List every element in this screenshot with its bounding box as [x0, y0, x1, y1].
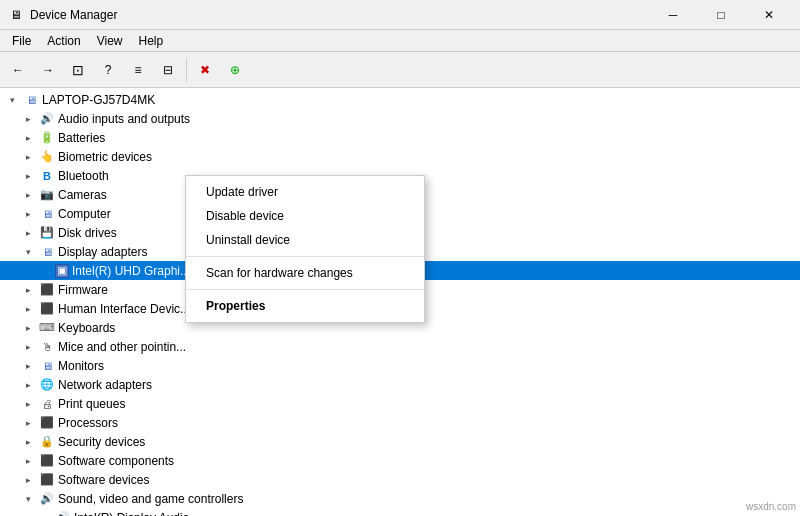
- toolbar-btn7[interactable]: ⊕: [221, 56, 249, 84]
- window-controls: ─ □ ✕: [650, 0, 792, 30]
- ctx-scan-hardware[interactable]: Scan for hardware changes: [186, 261, 424, 285]
- humaninterface-label: Human Interface Devic...: [58, 302, 190, 316]
- intelgraphics-label: Intel(R) UHD Graphi...: [72, 264, 190, 278]
- networkadapters-expand[interactable]: [20, 377, 36, 393]
- toolbar: ← → ⊡ ? ≡ ⊟ ✖ ⊕: [0, 52, 800, 88]
- biometric-expand[interactable]: [20, 149, 36, 165]
- tree-root[interactable]: 🖥 LAPTOP-GJ57D4MK: [0, 90, 800, 109]
- ctx-separator2: [186, 289, 424, 290]
- softwaredevices-icon: ⬛: [39, 472, 55, 488]
- app-title: Device Manager: [30, 8, 650, 22]
- bluetooth-expand[interactable]: [20, 168, 36, 184]
- toolbar-btn2[interactable]: ⊡: [64, 56, 92, 84]
- ctx-properties[interactable]: Properties: [186, 294, 424, 318]
- diskdrives-icon: 💾: [39, 225, 55, 241]
- ctx-disable-device[interactable]: Disable device: [186, 204, 424, 228]
- diskdrives-expand[interactable]: [20, 225, 36, 241]
- tree-item-monitors[interactable]: 🖥 Monitors: [0, 356, 800, 375]
- processors-expand[interactable]: [20, 415, 36, 431]
- processors-label: Processors: [58, 416, 118, 430]
- intelgraphics-icon: ▣: [55, 264, 69, 278]
- soundvideo-expand[interactable]: [20, 491, 36, 507]
- firmware-expand[interactable]: [20, 282, 36, 298]
- monitors-icon: 🖥: [39, 358, 55, 374]
- displayadapters-icon: 🖥: [39, 244, 55, 260]
- menu-action[interactable]: Action: [39, 30, 88, 51]
- securitydevices-expand[interactable]: [20, 434, 36, 450]
- toolbar-btn4[interactable]: ≡: [124, 56, 152, 84]
- computer-expand[interactable]: [20, 206, 36, 222]
- firmware-icon: ⬛: [39, 282, 55, 298]
- cameras-icon: 📷: [39, 187, 55, 203]
- soundvideo-icon: 🔊: [39, 491, 55, 507]
- tree-item-processors[interactable]: ⬛ Processors: [0, 413, 800, 432]
- ctx-separator1: [186, 256, 424, 257]
- keyboards-icon: ⌨: [39, 320, 55, 336]
- menu-bar: File Action View Help: [0, 30, 800, 52]
- displayadapters-label: Display adapters: [58, 245, 147, 259]
- close-button[interactable]: ✕: [746, 0, 792, 30]
- softwarecomponents-expand[interactable]: [20, 453, 36, 469]
- computer-label: Computer: [58, 207, 111, 221]
- batteries-label: Batteries: [58, 131, 105, 145]
- tree-item-softwarecomponents[interactable]: ⬛ Software components: [0, 451, 800, 470]
- printqueues-expand[interactable]: [20, 396, 36, 412]
- firmware-label: Firmware: [58, 283, 108, 297]
- tree-item-softwaredevices[interactable]: ⬛ Software devices: [0, 470, 800, 489]
- tree-item-securitydevices[interactable]: 🔒 Security devices: [0, 432, 800, 451]
- networkadapters-label: Network adapters: [58, 378, 152, 392]
- tree-item-inteldisplayaudio[interactable]: 🔊 Intel(R) Display Audio: [0, 508, 800, 516]
- audio-expand[interactable]: [20, 111, 36, 127]
- printqueues-icon: 🖨: [39, 396, 55, 412]
- bluetooth-icon: B: [39, 168, 55, 184]
- keyboards-expand[interactable]: [20, 320, 36, 336]
- tree-item-biometric[interactable]: 👆 Biometric devices: [0, 147, 800, 166]
- toolbar-back[interactable]: ←: [4, 56, 32, 84]
- keyboards-label: Keyboards: [58, 321, 115, 335]
- softwaredevices-expand[interactable]: [20, 472, 36, 488]
- tree-item-soundvideo[interactable]: 🔊 Sound, video and game controllers: [0, 489, 800, 508]
- audio-label: Audio inputs and outputs: [58, 112, 190, 126]
- minimize-button[interactable]: ─: [650, 0, 696, 30]
- intelgraphics-expand[interactable]: [36, 263, 52, 279]
- menu-file[interactable]: File: [4, 30, 39, 51]
- cameras-expand[interactable]: [20, 187, 36, 203]
- inteldisplayaudio-label: Intel(R) Display Audio: [74, 511, 189, 517]
- title-bar: 🖥 Device Manager ─ □ ✕: [0, 0, 800, 30]
- computer-icon: 🖥: [39, 206, 55, 222]
- mice-icon: 🖱: [39, 339, 55, 355]
- tree-item-batteries[interactable]: 🔋 Batteries: [0, 128, 800, 147]
- printqueues-label: Print queues: [58, 397, 125, 411]
- root-expand[interactable]: [4, 92, 20, 108]
- inteldisplayaudio-icon: 🔊: [55, 510, 71, 517]
- processors-icon: ⬛: [39, 415, 55, 431]
- tree-item-printqueues[interactable]: 🖨 Print queues: [0, 394, 800, 413]
- tree-item-audio[interactable]: 🔊 Audio inputs and outputs: [0, 109, 800, 128]
- monitors-expand[interactable]: [20, 358, 36, 374]
- maximize-button[interactable]: □: [698, 0, 744, 30]
- menu-view[interactable]: View: [89, 30, 131, 51]
- menu-help[interactable]: Help: [131, 30, 172, 51]
- batteries-icon: 🔋: [39, 130, 55, 146]
- tree-item-networkadapters[interactable]: 🌐 Network adapters: [0, 375, 800, 394]
- toolbar-sep1: [186, 58, 187, 82]
- cameras-label: Cameras: [58, 188, 107, 202]
- tree-item-mice[interactable]: 🖱 Mice and other pointin...: [0, 337, 800, 356]
- toolbar-btn6[interactable]: ✖: [191, 56, 219, 84]
- toolbar-btn3[interactable]: ?: [94, 56, 122, 84]
- soundvideo-label: Sound, video and game controllers: [58, 492, 243, 506]
- humaninterface-expand[interactable]: [20, 301, 36, 317]
- inteldisplayaudio-expand[interactable]: [36, 510, 52, 517]
- ctx-update-driver[interactable]: Update driver: [186, 180, 424, 204]
- root-label: LAPTOP-GJ57D4MK: [42, 93, 155, 107]
- ctx-uninstall-device[interactable]: Uninstall device: [186, 228, 424, 252]
- mice-expand[interactable]: [20, 339, 36, 355]
- softwarecomponents-icon: ⬛: [39, 453, 55, 469]
- displayadapters-expand[interactable]: [20, 244, 36, 260]
- batteries-expand[interactable]: [20, 130, 36, 146]
- toolbar-forward[interactable]: →: [34, 56, 62, 84]
- mice-label: Mice and other pointin...: [58, 340, 186, 354]
- toolbar-btn5[interactable]: ⊟: [154, 56, 182, 84]
- bluetooth-label: Bluetooth: [58, 169, 109, 183]
- humaninterface-icon: ⬛: [39, 301, 55, 317]
